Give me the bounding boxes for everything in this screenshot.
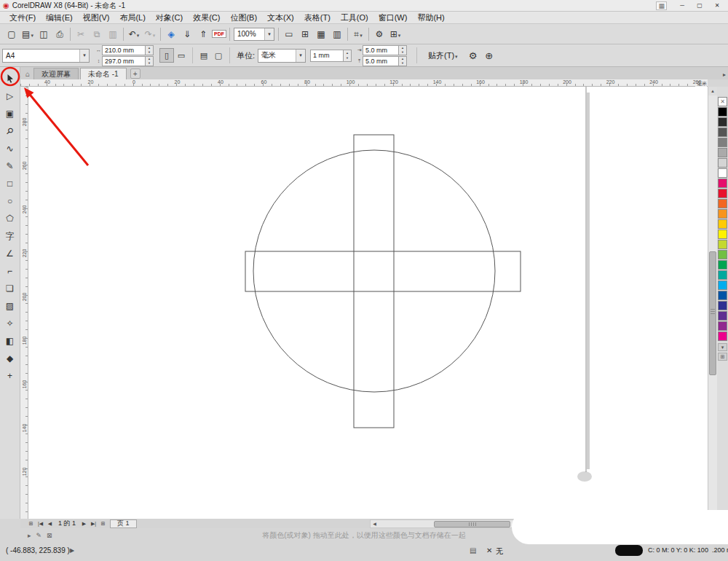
color-swatch[interactable] [718, 321, 727, 331]
home-icon[interactable]: ⌂ [22, 68, 33, 79]
chevron-down-icon[interactable] [296, 50, 305, 62]
snap-to-button[interactable]: ⌗ [350, 26, 366, 42]
new-tab-button[interactable]: + [130, 68, 141, 79]
scroll-up-icon[interactable]: ▲ [708, 87, 717, 95]
tab-untitled-document[interactable]: 未命名 -1 [80, 68, 127, 79]
color-swatch[interactable] [718, 230, 727, 239]
last-page-button[interactable]: ▶| [89, 519, 98, 528]
show-rulers-button[interactable]: ⊞ [297, 26, 313, 42]
color-swatch[interactable] [718, 189, 727, 198]
crop-tool[interactable]: ▣ [2, 106, 18, 122]
color-swatch[interactable] [718, 117, 727, 127]
color-swatch[interactable] [718, 250, 727, 259]
export-button[interactable]: ⇑ [195, 26, 211, 42]
add-page-button[interactable]: ⊞ [98, 519, 108, 528]
print-button[interactable]: ⎙ [52, 26, 68, 42]
text-tool[interactable]: 字 [2, 228, 18, 244]
rectangle-tool[interactable]: □ [2, 176, 18, 192]
redo-button[interactable]: ↷ [142, 26, 158, 42]
stepper-down-icon[interactable] [146, 50, 153, 55]
menu-text[interactable]: 文本(X) [262, 12, 299, 24]
color-swatch[interactable] [718, 168, 727, 178]
duplicate-y-stepper[interactable] [399, 56, 407, 66]
paper-width-stepper[interactable] [146, 45, 154, 55]
drawn-rectangle[interactable] [245, 251, 521, 291]
pen-hint-icon[interactable]: ✎ [36, 532, 42, 539]
menu-layout[interactable]: 布局(L) [114, 12, 150, 24]
color-swatch[interactable] [718, 240, 727, 249]
menu-view[interactable]: 视图(V) [78, 12, 115, 24]
snap-to-button[interactable]: 贴齐(T) [424, 48, 462, 63]
color-swatch[interactable] [718, 199, 727, 208]
search-content-button[interactable]: ◈ [163, 26, 179, 42]
chevron-down-icon[interactable] [79, 50, 89, 62]
flyout-arrow-icon[interactable]: ▸ [28, 532, 31, 539]
next-page-button[interactable]: ▶ [79, 519, 89, 528]
stepper-down-icon[interactable] [399, 61, 406, 66]
color-swatch[interactable] [718, 332, 727, 341]
paper-width-field[interactable]: 210.0 mm [102, 45, 146, 55]
vertical-scroll-thumb[interactable] [709, 251, 716, 375]
new-document-button[interactable]: ▢ [4, 26, 20, 42]
menu-bitmaps[interactable]: 位图(B) [225, 12, 262, 24]
smart-fill-tool[interactable]: ◆ [2, 350, 18, 366]
duplicate-x-field[interactable]: 5.0 mm [363, 45, 399, 55]
cut-button[interactable]: ✂ [73, 26, 89, 42]
vertical-ruler[interactable]: 280260240220200180160140120 [20, 87, 28, 519]
paper-height-field[interactable]: 297.0 mm [102, 56, 146, 66]
palette-expand-icon[interactable]: ⊞ [718, 353, 727, 361]
tab-scroll-icon[interactable]: ▸ [723, 71, 726, 78]
shape-tool[interactable]: ▷ [2, 88, 18, 104]
color-swatch[interactable] [718, 128, 727, 137]
page-tab[interactable]: 页 1 [110, 519, 137, 528]
all-pages-button[interactable]: ▤ [197, 48, 211, 63]
freehand-tool[interactable]: ∿ [2, 141, 18, 157]
propbar-flyout-button[interactable]: ⊕ [481, 47, 497, 63]
save-button[interactable]: ◫ [36, 26, 52, 42]
document-color-icon[interactable]: ▤ [470, 546, 476, 554]
stepper-up-icon[interactable] [344, 50, 351, 56]
scroll-left-icon[interactable]: ◀ [371, 520, 379, 527]
drop-shadow-tool[interactable]: ❏ [2, 280, 18, 297]
artistic-media-tool[interactable]: ✎ [2, 158, 18, 174]
options-gear-button[interactable]: ⚙ [465, 47, 481, 63]
transparency-tool[interactable]: ▨ [2, 298, 18, 314]
open-button[interactable]: ▤ [20, 26, 36, 42]
outline-color-swatch[interactable] [615, 545, 643, 556]
minimize-button[interactable]: ─ [674, 1, 690, 10]
color-swatch[interactable] [718, 158, 727, 168]
color-swatch[interactable] [718, 107, 727, 117]
stepper-down-icon[interactable] [146, 61, 153, 66]
color-swatch[interactable] [718, 178, 727, 188]
connector-tool[interactable]: ⌐ [2, 263, 18, 279]
duplicate-x-stepper[interactable] [399, 45, 407, 55]
portrait-button[interactable]: ▯ [159, 48, 174, 63]
nudge-field[interactable]: 1 mm [310, 50, 344, 62]
maximize-button[interactable]: ▢ [692, 1, 708, 10]
stepper-down-icon[interactable] [399, 50, 406, 55]
show-guidelines-button[interactable]: ▥ [329, 26, 345, 42]
parallel-dimension-tool[interactable]: ∠ [2, 246, 18, 262]
zoom-level-combo[interactable]: 100% [234, 28, 274, 41]
menu-effects[interactable]: 效果(C) [188, 12, 225, 24]
ellipse-tool[interactable]: ○ [2, 193, 18, 209]
paper-height-stepper[interactable] [146, 56, 154, 66]
status-expander-icon[interactable]: ▶ [70, 547, 74, 554]
menu-tools[interactable]: 工具(O) [336, 12, 373, 24]
color-swatch[interactable] [718, 280, 727, 290]
full-screen-preview-button[interactable]: ▭ [281, 26, 297, 42]
undo-button[interactable]: ↶ [126, 26, 142, 42]
interactive-fill-tool[interactable]: ◧ [2, 333, 18, 349]
polygon-tool[interactable]: ⬠ [2, 211, 18, 227]
application-launcher-button[interactable]: ⊞ [387, 26, 403, 42]
color-swatch[interactable] [718, 138, 727, 147]
units-combo[interactable]: 毫米 [258, 49, 306, 63]
close-button[interactable]: ✕ [709, 1, 725, 10]
publish-pdf-button[interactable]: PDF [211, 26, 227, 42]
color-swatch[interactable] [718, 311, 727, 321]
duplicate-y-field[interactable]: 5.0 mm [363, 56, 399, 66]
copy-button[interactable]: ⧉ [89, 26, 105, 42]
zoom-tool[interactable]: ⚲ [2, 123, 18, 139]
color-eyedropper-tool[interactable]: ✧ [2, 315, 18, 332]
color-swatch[interactable] [718, 260, 727, 270]
